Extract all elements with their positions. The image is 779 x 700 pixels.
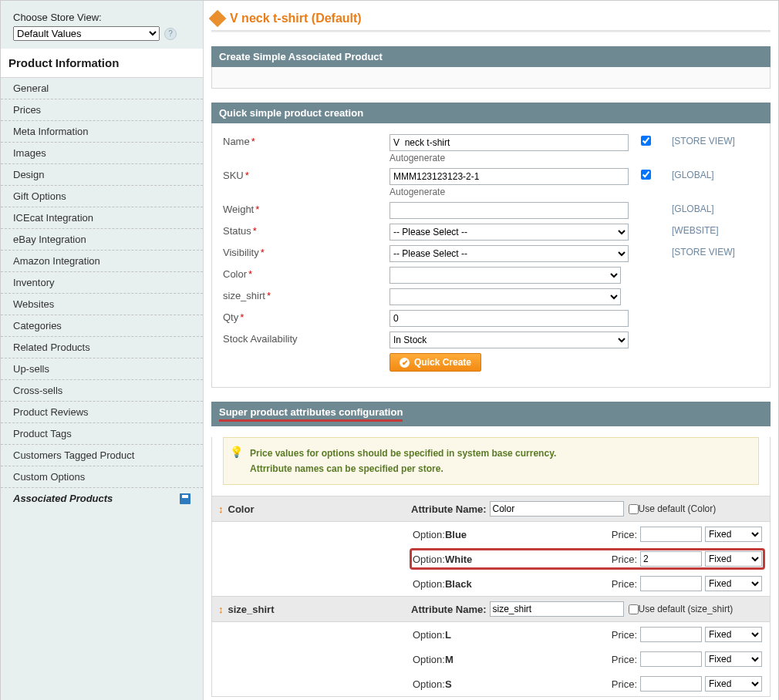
- status-select[interactable]: -- Please Select --: [390, 224, 629, 241]
- sidebar-item-reviews[interactable]: Product Reviews: [1, 401, 203, 422]
- main-content: V neck t-shirt (Default) Create Simple A…: [204, 1, 778, 700]
- color-label: Color: [223, 268, 247, 280]
- price-type-select[interactable]: Fixed: [705, 651, 762, 667]
- sidebar-item-icecat[interactable]: ICEcat Integration: [1, 207, 203, 228]
- price-input[interactable]: [640, 676, 702, 692]
- option-label: Option:: [413, 654, 445, 665]
- option-value: Blue: [445, 529, 612, 540]
- sidebar-item-inventory[interactable]: Inventory: [1, 271, 203, 293]
- sidebar-item-custom-options[interactable]: Custom Options: [1, 466, 203, 487]
- panel-super-attrs-title: Super product attributes configuration: [219, 406, 403, 422]
- price-type-select[interactable]: Fixed: [705, 627, 762, 642]
- name-autogen-checkbox[interactable]: [641, 136, 651, 146]
- attr-name-input[interactable]: [490, 601, 624, 617]
- panel-create-simple-header: Create Simple Associated Product: [211, 46, 771, 67]
- option-value: S: [445, 678, 612, 690]
- price-label: Price:: [612, 678, 637, 690]
- help-icon[interactable]: ?: [164, 28, 177, 40]
- qty-input[interactable]: [390, 310, 629, 327]
- drag-icon[interactable]: ↕: [218, 604, 224, 615]
- visibility-label: Visibility: [223, 247, 259, 258]
- price-input[interactable]: [640, 527, 702, 542]
- stock-label: Stock Availability: [223, 333, 298, 345]
- sidebar-item-categories[interactable]: Categories: [1, 315, 203, 336]
- size-shirt-select[interactable]: [390, 288, 621, 305]
- sidebar-item-customers-tagged[interactable]: Customers Tagged Product: [1, 444, 203, 466]
- sidebar-item-prices[interactable]: Prices: [1, 99, 203, 120]
- option-value: White: [445, 554, 612, 565]
- cube-icon: [209, 10, 227, 28]
- sidebar-item-upsells[interactable]: Up-sells: [1, 358, 203, 379]
- sidebar-tabs: General Prices Meta Information Images D…: [1, 78, 203, 509]
- price-input[interactable]: [640, 627, 702, 642]
- name-input[interactable]: [390, 134, 629, 151]
- save-icon: [180, 493, 191, 504]
- weight-input[interactable]: [390, 202, 629, 219]
- sidebar-item-images[interactable]: Images: [1, 142, 203, 163]
- use-default-checkbox[interactable]: [629, 504, 639, 514]
- name-subtext: Autogenerate: [390, 153, 636, 163]
- sidebar-item-tags[interactable]: Product Tags: [1, 422, 203, 444]
- price-type-select[interactable]: Fixed: [705, 551, 762, 567]
- sidebar-section-title: Product Information: [1, 49, 203, 78]
- attr-group-title: Color: [228, 503, 255, 515]
- sidebar-item-label: Associated Products: [13, 493, 113, 504]
- sidebar: Choose Store View: Default Values ? Prod…: [1, 1, 204, 700]
- use-default-label: Use default (size_shirt): [639, 604, 733, 614]
- sku-autogen-checkbox[interactable]: [641, 170, 651, 180]
- sidebar-item-ebay[interactable]: eBay Integration: [1, 228, 203, 250]
- sku-scope: [GLOBAL]: [658, 168, 758, 180]
- price-input[interactable]: [640, 551, 702, 567]
- sku-input[interactable]: [390, 168, 629, 185]
- price-type-select[interactable]: Fixed: [705, 676, 762, 692]
- sidebar-item-crosssells[interactable]: Cross-sells: [1, 379, 203, 401]
- sku-label: SKU: [223, 170, 244, 181]
- sidebar-item-websites[interactable]: Websites: [1, 293, 203, 315]
- attr-name-label: Attribute Name:: [411, 604, 487, 615]
- sidebar-item-related[interactable]: Related Products: [1, 336, 203, 358]
- price-input[interactable]: [640, 651, 702, 667]
- sidebar-item-amazon[interactable]: Amazon Integration: [1, 250, 203, 271]
- use-default-label: Use default (Color): [639, 503, 717, 514]
- panel-quick-create-header: Quick simple product creation: [211, 103, 771, 123]
- size-shirt-label: size_shirt: [223, 290, 265, 301]
- quick-create-button-label: Quick Create: [414, 357, 471, 368]
- price-type-select[interactable]: Fixed: [705, 527, 762, 542]
- panel-create-simple-body: [211, 67, 771, 89]
- use-default-checkbox[interactable]: [629, 604, 639, 614]
- drag-icon[interactable]: ↕: [218, 503, 224, 515]
- status-scope: [WEBSITE]: [658, 224, 758, 236]
- sku-subtext: Autogenerate: [390, 187, 636, 197]
- option-label: Option:: [413, 554, 445, 565]
- attr-group-title: size_shirt: [228, 604, 275, 615]
- price-input[interactable]: [640, 576, 702, 591]
- page-title: V neck t-shirt (Default): [230, 12, 362, 25]
- price-label: Price:: [612, 654, 637, 665]
- visibility-select[interactable]: -- Please Select --: [390, 245, 629, 262]
- panel-super-attrs-header: Super product attributes configuration: [211, 402, 771, 426]
- note-line1: Price values for options should be speci…: [250, 446, 750, 461]
- stock-select[interactable]: In Stock: [390, 331, 629, 348]
- price-type-select[interactable]: Fixed: [705, 576, 762, 591]
- weight-label: Weight: [223, 204, 254, 215]
- quick-create-button[interactable]: ✔ Quick Create: [390, 353, 481, 372]
- note-box: 💡 Price values for options should be spe…: [223, 437, 759, 485]
- sidebar-item-gift[interactable]: Gift Options: [1, 185, 203, 207]
- store-view-label: Choose Store View:: [13, 12, 191, 23]
- option-value: L: [445, 629, 612, 641]
- option-label: Option:: [413, 678, 445, 690]
- price-label: Price:: [612, 629, 637, 641]
- store-view-select[interactable]: Default Values: [13, 26, 160, 41]
- sidebar-item-associated[interactable]: Associated Products: [1, 487, 203, 509]
- status-label: Status: [223, 225, 251, 237]
- price-label: Price:: [612, 554, 637, 565]
- lightbulb-icon: 💡: [230, 444, 243, 459]
- option-value: M: [445, 654, 612, 665]
- attr-name-input[interactable]: [490, 501, 624, 517]
- color-select[interactable]: [390, 267, 621, 284]
- sidebar-item-design[interactable]: Design: [1, 163, 203, 185]
- option-value: Black: [445, 578, 612, 590]
- sidebar-item-general[interactable]: General: [1, 78, 203, 99]
- sidebar-item-meta[interactable]: Meta Information: [1, 120, 203, 142]
- check-icon: ✔: [400, 358, 410, 368]
